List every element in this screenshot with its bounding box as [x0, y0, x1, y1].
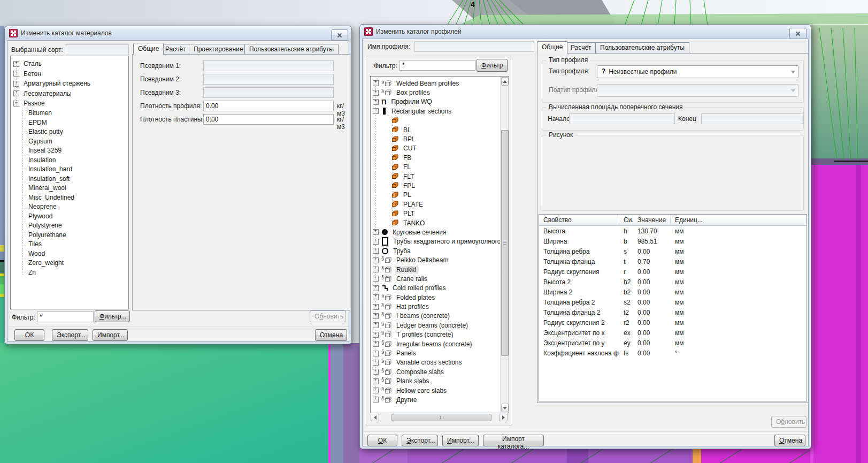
update-button[interactable]: Обновить	[310, 310, 346, 322]
property-row[interactable]: Толщина ребра 2s20.00мм	[539, 297, 806, 307]
tree-expander[interactable]: +	[373, 388, 379, 393]
tab-general[interactable]: Общие	[537, 41, 567, 54]
profile-tree-item[interactable]: PL	[371, 191, 501, 200]
material-tree-item[interactable]: Neoprene	[11, 202, 128, 212]
tree-expander[interactable]: +	[373, 257, 379, 263]
filter-button[interactable]: Фильтр...	[95, 310, 130, 322]
material-tree-item[interactable]: +Сталь	[11, 59, 128, 69]
selected-grade-input[interactable]	[65, 44, 129, 55]
profile-tree-item[interactable]: CUT	[371, 144, 501, 153]
material-tree-item[interactable]: Inseal 3259	[11, 146, 128, 156]
profile-type-combobox[interactable]: ? Неизвестные профили	[597, 65, 798, 78]
tree-expander[interactable]: +	[373, 276, 379, 282]
filter-input[interactable]	[400, 60, 475, 71]
material-tree-item[interactable]: +Арматурный стержень	[11, 79, 128, 89]
column-header[interactable]: Единиц...	[671, 216, 806, 224]
material-tree-item[interactable]: Insulation	[11, 155, 128, 165]
ok-button[interactable]: ОК	[367, 435, 397, 446]
scroll-up-button[interactable]	[501, 77, 509, 86]
tree-expander[interactable]: +	[373, 229, 379, 235]
profile-name-input[interactable]	[414, 41, 534, 52]
profile-tree-item[interactable]: FL	[371, 163, 501, 172]
property-row[interactable]: Толщина ребраs0.00мм	[539, 246, 806, 256]
filter-input[interactable]	[37, 312, 94, 322]
profile-tree-item[interactable]: +§Plank slabs	[371, 377, 501, 386]
property-row[interactable]: Эксцентриситет по xex0.00мм	[539, 328, 806, 338]
profile-tree-item[interactable]: BPL	[371, 134, 501, 143]
tab-user-attributes[interactable]: Пользовательские атрибуты	[244, 44, 339, 55]
update-button[interactable]: Обновить	[771, 416, 806, 428]
export-button[interactable]: Экспорт...	[52, 329, 88, 341]
table-header[interactable]: Свойство Си... Значение Единиц...	[539, 215, 806, 226]
field-input[interactable]	[203, 114, 334, 125]
import-button[interactable]: Импорт...	[442, 435, 479, 446]
profile-tree-item[interactable]: +§I beams (concrete)	[371, 312, 501, 321]
tab-design[interactable]: Проектирование	[189, 44, 248, 55]
tree-expander[interactable]: +	[373, 341, 379, 347]
close-button[interactable]	[331, 29, 348, 41]
scroll-right-button[interactable]	[499, 414, 508, 421]
profile-tree-item[interactable]: FB	[371, 153, 501, 162]
materials-dialog-titlebar[interactable]: Изменить каталог материалов	[5, 26, 351, 40]
property-table[interactable]: Свойство Си... Значение Единиц... Высота…	[539, 214, 807, 401]
tree-expander[interactable]: +	[373, 239, 379, 245]
profile-tree-item[interactable]: +§Irregular beams (concrete)	[371, 339, 501, 348]
property-row[interactable]: Радиус скругления 2r20.00мм	[539, 317, 806, 328]
material-tree-item[interactable]: −Разное	[11, 98, 128, 109]
property-row[interactable]: Коэффициент наклона ф...fs0.00°	[539, 348, 806, 358]
import-button[interactable]: Импорт...	[93, 329, 128, 341]
property-row[interactable]: Радиус скругленияr0.00мм	[539, 267, 806, 277]
area-end-input[interactable]	[701, 113, 804, 124]
material-tree-item[interactable]: Mineral_wool	[11, 184, 128, 193]
profile-tree-item[interactable]: +§Composite slabs	[371, 367, 501, 376]
profile-tree-item[interactable]: −Rectangular sections	[371, 107, 501, 116]
field-input[interactable]	[203, 87, 334, 98]
property-row[interactable]: Ширина 2b20.00мм	[539, 287, 806, 297]
material-tree-item[interactable]: +Лесоматериалы	[11, 89, 128, 99]
profile-tree-item[interactable]: FLT	[371, 172, 501, 181]
scrollbar-thumb[interactable]	[501, 130, 509, 356]
tree-expander[interactable]: +	[373, 313, 379, 319]
tree-expander[interactable]: +	[373, 397, 379, 403]
material-tree-item[interactable]: Wood	[11, 249, 128, 259]
material-tree-item[interactable]: Insulation_hard	[11, 165, 128, 174]
tree-expander[interactable]: +	[373, 294, 379, 300]
property-row[interactable]: Толщина фланца 2t20.00мм	[539, 307, 806, 317]
profile-tree-item[interactable]: +Cold rolled profiles	[371, 284, 501, 293]
profiles-tree[interactable]: +§Welded Beam profiles+§Box profiles+ΠПр…	[370, 76, 509, 413]
materials-tree[interactable]: +Сталь+Бетон+Арматурный стержень+Лесомат…	[10, 56, 129, 309]
profile-tree-item[interactable]: +Круговые сечения	[371, 227, 501, 237]
profile-tree-item[interactable]: +§Box profiles	[371, 88, 501, 97]
vertical-scrollbar[interactable]	[500, 77, 509, 413]
profile-tree-item[interactable]: +§Welded Beam profiles	[371, 79, 501, 88]
column-header[interactable]: Свойство	[539, 216, 619, 224]
tab-user-attributes[interactable]: Пользовательские атрибуты	[595, 42, 689, 53]
profile-tree-item[interactable]: +§Crane rails	[371, 274, 501, 283]
tree-expander[interactable]: +	[373, 304, 379, 310]
area-start-input[interactable]	[569, 113, 675, 124]
tree-expander[interactable]: +	[373, 90, 379, 96]
profile-tree-item[interactable]: +§Hollow core slabs	[371, 386, 501, 395]
tree-expander[interactable]: +	[373, 360, 379, 366]
profile-tree-item[interactable]: +§Variable cross sections	[371, 358, 501, 367]
material-tree-item[interactable]: Zn	[11, 268, 128, 277]
cancel-button[interactable]: Отмена	[774, 435, 805, 446]
close-button[interactable]	[789, 28, 806, 39]
profile-tree-item[interactable]: +§Hat profiles	[371, 302, 501, 311]
tab-analysis[interactable]: Расчёт	[566, 42, 596, 53]
material-tree-item[interactable]: Polystyrene	[11, 221, 128, 231]
profile-tree-item[interactable]: +Трубы квадратного и прямоуголного	[371, 237, 501, 246]
column-header[interactable]: Си...	[619, 216, 633, 224]
property-row[interactable]: Эксцентриситет по yey0.00мм	[539, 338, 806, 348]
profile-tree-item[interactable]: +§Peikko Deltabeam	[371, 255, 501, 264]
property-row[interactable]: Ширинаb985.51мм	[539, 236, 806, 246]
column-header[interactable]: Значение	[633, 216, 671, 224]
profile-tree-item[interactable]: +§Ruukki	[371, 265, 501, 274]
material-tree-item[interactable]: Plywood	[11, 211, 128, 221]
cancel-button[interactable]: Отмена	[315, 329, 347, 341]
profile-tree-item[interactable]: +§T profiles (concrete)	[371, 330, 501, 339]
import-catalog-button[interactable]: Импорт каталога...	[483, 435, 544, 446]
material-tree-item[interactable]: Gypsum	[11, 136, 128, 146]
profile-tree-item[interactable]	[371, 116, 501, 125]
property-row[interactable]: Высота 2h20.00мм	[539, 277, 806, 287]
